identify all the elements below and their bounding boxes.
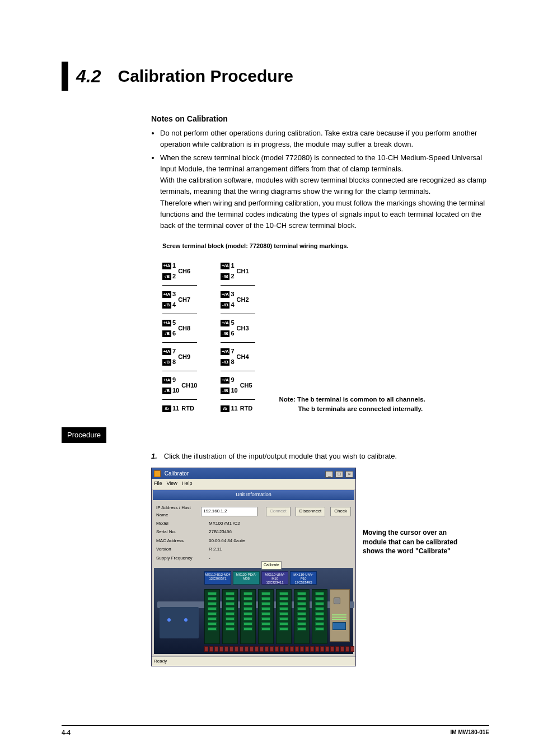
diagram-caption: Screw terminal block (model: 772080) ter…	[162, 241, 487, 251]
io-module[interactable]	[294, 589, 310, 644]
version-value: R 2.11	[209, 546, 222, 553]
mac-value: 00:00:64:84:0a:de	[209, 538, 245, 544]
module-label-1[interactable]: MX120-PD/A-M08	[233, 571, 260, 585]
terminal-diagram: +/A1 -/B2 CH6 +/A3 -/B4 CH7 +/A5 -/B6 CH…	[162, 261, 487, 414]
note-bullet-2-p2: With the calibration software, modules w…	[160, 176, 486, 195]
serial-value: 27B123456	[209, 529, 232, 535]
status-bar: Ready	[152, 656, 355, 666]
doc-id: IM MW180-01E	[451, 729, 489, 736]
serial-label: Serial No.	[156, 529, 205, 535]
titlebar: Calibrator _ □ ×	[152, 468, 355, 479]
screenshot-annotation: Moving the cursor over an module that ca…	[363, 528, 463, 556]
app-icon	[154, 470, 161, 477]
io-module[interactable]	[276, 589, 292, 644]
menu-view[interactable]: View	[167, 480, 177, 488]
pin-num: 2	[172, 272, 176, 281]
ch-label: CH6	[178, 267, 190, 276]
note-bullet-2: When the screw terminal block (model 772…	[160, 152, 487, 231]
info-grid: IP Address / Host Name 192.168.1.2 Conne…	[152, 501, 355, 566]
io-module[interactable]	[222, 589, 238, 644]
modules-area: Calibrate MX110-B12-M0412C300371 MX120-P…	[154, 568, 353, 654]
unit-info-header: Unit Information	[153, 490, 354, 500]
pin-num: 1	[172, 261, 176, 270]
menu-file[interactable]: File	[154, 480, 162, 488]
maximize-icon[interactable]: □	[335, 471, 343, 478]
io-module[interactable]	[204, 589, 220, 644]
notes-heading: Notes on Calibration	[151, 113, 487, 125]
ip-input[interactable]: 192.168.1.2	[201, 507, 257, 516]
supply-label: Supply Frequency	[156, 555, 205, 562]
supply-value: -	[209, 555, 210, 562]
diagram-note-line2: The b terminals are connected internally…	[298, 404, 423, 414]
step-1: 1. Click the illustration of the input/o…	[151, 451, 487, 462]
heading-title: Calibration Procedure	[118, 67, 293, 86]
diagram-note-line1: Note: The b terminal is common to all ch…	[279, 396, 425, 403]
body-content: Notes on Calibration Do not perform othe…	[151, 113, 487, 666]
minimize-icon[interactable]: _	[325, 471, 333, 478]
window-controls: _ □ ×	[325, 469, 353, 478]
pin-cell: -/B	[162, 273, 171, 280]
close-icon[interactable]: ×	[345, 471, 353, 478]
step-number: 1.	[151, 451, 157, 462]
module-label-2[interactable]: MX110-UNV-M1012C323411	[261, 571, 288, 585]
cpu-module[interactable]	[160, 607, 199, 638]
module-label-0[interactable]: MX110-B12-M0412C300371	[204, 571, 231, 585]
connect-button[interactable]: Connect	[266, 507, 291, 516]
io-module[interactable]	[312, 589, 327, 644]
calibrate-tooltip: Calibrate	[261, 561, 282, 570]
note-bullet-2-p1: When the screw terminal block (model 772…	[160, 153, 482, 173]
heading-bar	[62, 62, 68, 91]
io-module[interactable]	[258, 589, 274, 644]
io-module[interactable]	[240, 589, 256, 644]
page-number: 4-4	[62, 729, 71, 736]
mac-label: MAC Address	[156, 538, 205, 544]
procedure-label: Procedure	[62, 427, 106, 443]
note-bullet-2-p3: Therefore when wiring and performing cal…	[160, 199, 485, 230]
disconnect-button[interactable]: Disconnect	[296, 507, 326, 516]
power-module[interactable]	[330, 589, 350, 642]
window-title: Calibrator	[154, 469, 189, 478]
model-value: MX100 /M1 /C2	[209, 520, 240, 527]
diagram-note: Note: The b terminal is common to all ch…	[279, 395, 425, 413]
ip-label: IP Address / Host Name	[156, 505, 198, 519]
menubar: File View Help	[152, 479, 355, 489]
module-label-3[interactable]: MX110-UNV-P1012C323495	[290, 571, 317, 585]
check-button[interactable]: Check	[330, 507, 351, 516]
pin-cell: +/A	[162, 263, 171, 269]
step-text: Click the illustration of the input/outp…	[164, 451, 397, 462]
version-label: Version	[156, 546, 205, 553]
page-footer: 4-4 IM MW180-01E	[62, 725, 489, 736]
note-bullet-1: Do not perform other operations during c…	[160, 128, 487, 150]
heading-number: 4.2	[76, 66, 101, 87]
model-label: Model	[156, 520, 205, 527]
calibrator-window: Calibrator _ □ × File View Help Unit Inf…	[151, 468, 356, 667]
section-heading: 4.2 Calibration Procedure	[62, 62, 489, 91]
menu-help[interactable]: Help	[182, 480, 193, 488]
